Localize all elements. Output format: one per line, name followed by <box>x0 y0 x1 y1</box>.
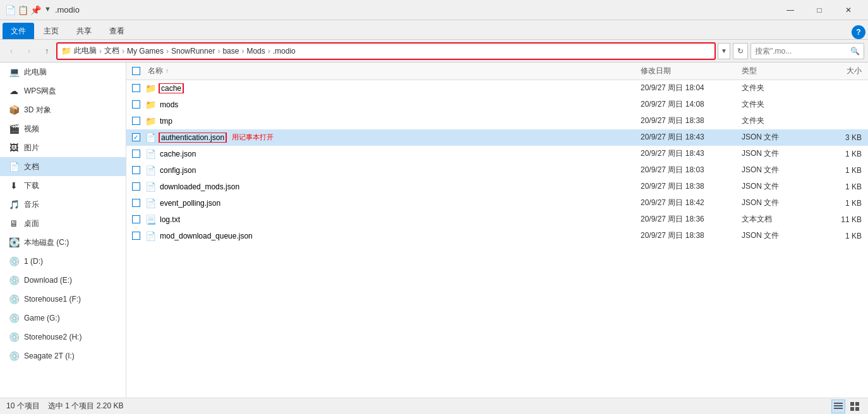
music-icon: 🎵 <box>8 198 20 211</box>
txt-icon: 📃 <box>145 215 156 225</box>
file-size-log: 11 KB <box>817 215 868 224</box>
row-checkbox-tmp[interactable] <box>132 117 140 125</box>
sidebar-item-document[interactable]: 📄 文档 <box>0 157 126 176</box>
sidebar-item-computer[interactable]: 💻 此电脑 <box>0 62 126 81</box>
tiles-view-button[interactable] <box>848 399 862 413</box>
forward-button[interactable]: › <box>21 44 37 59</box>
close-button[interactable]: ✕ <box>834 0 863 20</box>
table-row[interactable]: 📄 authentication.json 用记事本打开 20/9/27 周日 … <box>126 129 868 146</box>
sidebar-item-diske[interactable]: 💿 Download (E:) <box>0 271 126 290</box>
table-row[interactable]: 📁 cache 20/9/27 周日 18:04 文件夹 <box>126 80 868 97</box>
sidebar-item-picture[interactable]: 🖼 图片 <box>0 138 126 157</box>
row-checkbox-cachejson[interactable] <box>132 150 140 158</box>
table-row[interactable]: 📁 tmp 20/9/27 周日 18:38 文件夹 <box>126 113 868 129</box>
sidebar-item-3d[interactable]: 📦 3D 对象 <box>0 100 126 119</box>
header-type[interactable]: 类型 <box>742 66 817 76</box>
picture-icon: 🖼 <box>8 141 20 154</box>
sidebar-item-diskc[interactable]: 💽 本地磁盘 (C:) <box>0 233 126 252</box>
file-name-cache: cache <box>160 84 183 93</box>
file-date-mods: 20/9/27 周日 14:08 <box>641 99 742 110</box>
path-modio: .modio <box>273 47 296 56</box>
file-date-config: 20/9/27 周日 18:03 <box>641 165 742 175</box>
sidebar-label-video: 视频 <box>24 124 39 134</box>
sidebar-label-diskc: 本地磁盘 (C:) <box>24 237 69 248</box>
sidebar-item-diskf[interactable]: 💿 Storehouse1 (F:) <box>0 290 126 309</box>
help-button[interactable]: ? <box>852 25 865 39</box>
header-date[interactable]: 修改日期 <box>641 66 742 76</box>
sidebar-item-wps[interactable]: ☁ WPS网盘 <box>0 81 126 100</box>
back-button[interactable]: ‹ <box>4 44 19 59</box>
svg-rect-2 <box>834 408 843 409</box>
title-bar-controls: — □ ✕ <box>776 0 863 20</box>
details-view-button[interactable] <box>831 399 845 413</box>
file-date-modqueue: 20/9/27 周日 18:38 <box>641 230 742 241</box>
up-button[interactable]: ↑ <box>39 44 54 59</box>
address-path: 此电脑 › 文档 › My Games › SnowRunner › base … <box>74 45 296 56</box>
row-checkbox-modqueue[interactable] <box>132 232 140 240</box>
tab-view[interactable]: 查看 <box>101 23 133 39</box>
tab-file[interactable]: 文件 <box>3 23 34 39</box>
file-scroll-area[interactable]: 📁 cache 20/9/27 周日 18:04 文件夹 📁 mods 20/9… <box>126 80 868 398</box>
file-date-tmp: 20/9/27 周日 18:38 <box>641 115 742 126</box>
svg-rect-0 <box>834 403 843 404</box>
sidebar-label-music: 音乐 <box>24 199 39 210</box>
video-icon: 🎬 <box>8 122 20 135</box>
diskg-icon: 💿 <box>8 312 20 324</box>
table-row[interactable]: 📄 cache.json 20/9/27 周日 18:43 JSON 文件 1 … <box>126 146 868 162</box>
select-all-checkbox[interactable] <box>132 67 140 75</box>
3d-icon: 📦 <box>8 104 20 116</box>
row-checkbox-log[interactable] <box>132 215 140 223</box>
computer-icon: 💻 <box>8 66 20 78</box>
search-box[interactable]: 🔍 <box>750 43 864 59</box>
folder-icon: 📁 <box>145 100 156 110</box>
sidebar-item-diski[interactable]: 💿 Seagate 2T (I:) <box>0 346 126 365</box>
file-name-modqueue: mod_download_queue.json <box>160 232 253 240</box>
title-bar: 📄 📋 📌 ▼ .modio — □ ✕ <box>0 0 868 20</box>
sidebar-label-wps: WPS网盘 <box>24 86 56 97</box>
tab-home[interactable]: 主页 <box>35 23 67 39</box>
table-row[interactable]: 📄 mod_download_queue.json 20/9/27 周日 18:… <box>126 228 868 244</box>
file-type-downloaded: JSON 文件 <box>742 181 817 192</box>
svg-rect-4 <box>855 402 859 406</box>
file-panel: 名称 ↑ 修改日期 类型 大小 📁 cache 20/9/27 周日 18:04… <box>126 62 868 398</box>
row-checkbox-auth[interactable] <box>132 133 140 141</box>
row-checkbox-config[interactable] <box>132 166 140 174</box>
header-name[interactable]: 名称 ↑ <box>145 66 641 76</box>
sidebar-item-video[interactable]: 🎬 视频 <box>0 119 126 138</box>
table-row[interactable]: 📄 event_polling.json 20/9/27 周日 18:42 JS… <box>126 195 868 211</box>
row-checkbox-eventpolling[interactable] <box>132 199 140 207</box>
maximize-button[interactable]: □ <box>805 0 834 20</box>
header-size[interactable]: 大小 <box>817 66 868 76</box>
refresh-button[interactable]: ↻ <box>733 43 748 59</box>
sidebar-item-desktop[interactable]: 🖥 桌面 <box>0 214 126 233</box>
file-icon-2: 📋 <box>18 5 28 15</box>
sidebar-item-diskh[interactable]: 💿 Storehouse2 (H:) <box>0 328 126 346</box>
sidebar-label-computer: 此电脑 <box>24 67 47 78</box>
table-row[interactable]: 📁 mods 20/9/27 周日 14:08 文件夹 <box>126 97 868 113</box>
table-row[interactable]: 📄 config.json 20/9/27 周日 18:03 JSON 文件 1… <box>126 162 868 179</box>
sidebar-label-download: 下载 <box>24 180 39 191</box>
row-checkbox-downloaded[interactable] <box>132 182 140 191</box>
wps-icon: ☁ <box>8 85 20 97</box>
address-path-container[interactable]: 📁 此电脑 › 文档 › My Games › SnowRunner › bas… <box>57 43 715 59</box>
dropdown-arrow[interactable]: ▼ <box>44 5 51 15</box>
json-icon: 📄 <box>145 149 156 159</box>
tab-share[interactable]: 共享 <box>68 23 100 39</box>
file-type-config: JSON 文件 <box>742 165 817 175</box>
row-checkbox-mods[interactable] <box>132 100 140 109</box>
address-dropdown-button[interactable]: ▼ <box>718 43 730 59</box>
file-type-modqueue: JSON 文件 <box>742 230 817 241</box>
search-input[interactable] <box>755 47 850 56</box>
sidebar-label-diske: Download (E:) <box>24 276 72 285</box>
folder-icon: 📁 <box>145 83 156 93</box>
file-size-cachejson: 1 KB <box>817 150 868 158</box>
sidebar-item-diskg[interactable]: 💿 Game (G:) <box>0 309 126 328</box>
row-checkbox-cache[interactable] <box>132 84 140 92</box>
minimize-button[interactable]: — <box>776 0 805 20</box>
sidebar-item-disk1[interactable]: 💿 1 (D:) <box>0 252 126 271</box>
sidebar-item-download[interactable]: ⬇ 下载 <box>0 176 126 195</box>
sidebar-label-picture: 图片 <box>24 143 39 153</box>
sidebar-item-music[interactable]: 🎵 音乐 <box>0 195 126 214</box>
table-row[interactable]: 📃 log.txt 20/9/27 周日 18:36 文本文档 11 KB <box>126 211 868 228</box>
table-row[interactable]: 📄 downloaded_mods.json 20/9/27 周日 18:38 … <box>126 179 868 195</box>
